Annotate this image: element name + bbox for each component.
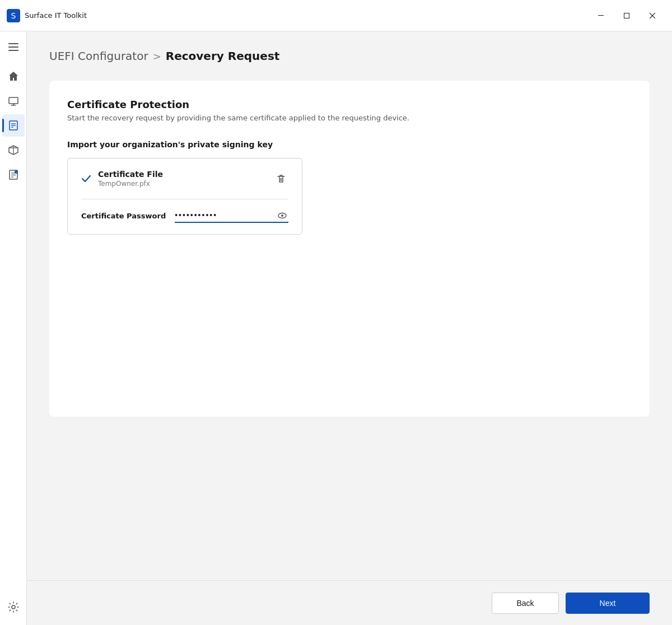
cert-password-input[interactable] (175, 208, 288, 223)
certificate-box: Certificate File TempOwner.pfx Certi (67, 158, 302, 235)
sidebar-item-reports[interactable]: i (2, 164, 25, 186)
breadcrumb-parent[interactable]: UEFI Configurator (49, 49, 148, 63)
breadcrumb-current: Recovery Request (166, 49, 280, 63)
app-title: Surface IT Toolkit (25, 11, 87, 20)
cert-file-path: TempOwner.pfx (98, 180, 267, 188)
cert-password-toggle-button[interactable] (276, 209, 288, 222)
close-button[interactable] (640, 7, 665, 25)
svg-rect-7 (8, 46, 18, 48)
svg-rect-2 (598, 15, 604, 16)
breadcrumb: UEFI Configurator > Recovery Request (49, 49, 650, 63)
svg-text:S: S (11, 11, 16, 20)
svg-rect-3 (624, 13, 629, 18)
cert-delete-button[interactable] (274, 171, 288, 186)
sidebar: i (0, 31, 27, 625)
section-description: Start the recovery request by providing … (67, 114, 632, 122)
svg-rect-6 (8, 43, 18, 44)
cert-file-info: Certificate File TempOwner.pfx (98, 170, 267, 188)
cert-password-field (175, 208, 288, 223)
app-layout: i UEFI Configurator > Recovery Request C… (0, 31, 672, 625)
hamburger-menu[interactable] (2, 36, 25, 58)
maximize-button[interactable] (614, 7, 640, 25)
breadcrumb-separator: > (153, 50, 161, 62)
app-icon: S (7, 9, 20, 22)
svg-rect-8 (8, 50, 18, 51)
content-card: Certificate Protection Start the recover… (49, 81, 650, 417)
svg-rect-9 (9, 97, 18, 104)
sidebar-item-uefi[interactable] (2, 114, 25, 137)
sidebar-item-packages[interactable] (2, 139, 25, 161)
cert-password-label: Certificate Password (81, 212, 166, 220)
cert-file-label: Certificate File (98, 170, 267, 179)
subsection-label: Import your organization's private signi… (67, 140, 632, 149)
svg-text:i: i (16, 171, 16, 174)
svg-point-28 (281, 214, 283, 217)
title-bar-controls (588, 7, 665, 25)
back-button[interactable]: Back (492, 593, 559, 614)
minimize-button[interactable] (588, 7, 614, 25)
cert-file-row: Certificate File TempOwner.pfx (81, 170, 288, 188)
sidebar-item-devices[interactable] (2, 90, 25, 112)
sidebar-item-home[interactable] (2, 65, 25, 87)
cert-divider (81, 199, 288, 199)
main-content: UEFI Configurator > Recovery Request Cer… (27, 31, 672, 625)
eye-icon (277, 211, 287, 221)
cert-password-row: Certificate Password (81, 208, 288, 223)
trash-icon (276, 174, 286, 184)
cert-check-icon (81, 174, 91, 184)
svg-point-24 (12, 605, 15, 609)
title-bar-left: S Surface IT Toolkit (7, 9, 87, 22)
sidebar-item-settings[interactable] (2, 596, 25, 618)
section-title: Certificate Protection (67, 99, 632, 110)
footer: Back Next (27, 580, 672, 625)
next-button[interactable]: Next (566, 593, 650, 614)
title-bar: S Surface IT Toolkit (0, 0, 672, 31)
